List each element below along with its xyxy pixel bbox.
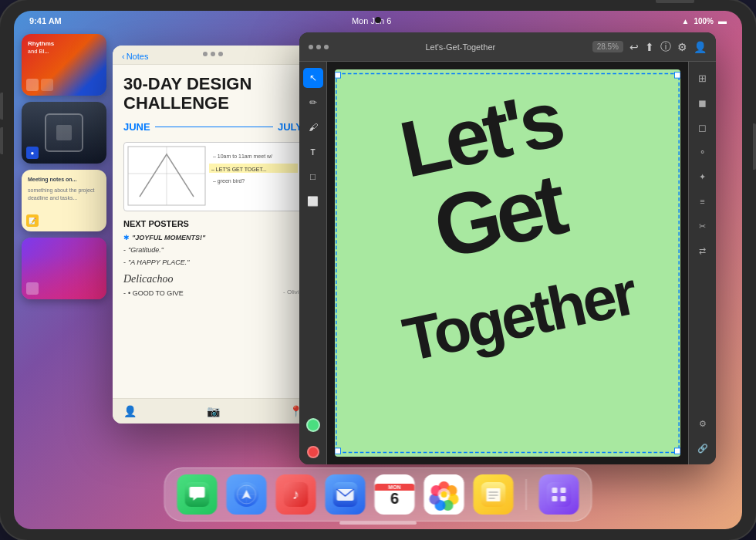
- bullet-text-3: "A HAPPY PLACE.": [128, 256, 189, 268]
- dock-calendar-icon[interactable]: MON 6: [375, 474, 415, 515]
- dot-3: [218, 52, 223, 56]
- dot-1: [203, 52, 208, 56]
- design-dot-1: [309, 45, 313, 49]
- text-tool[interactable]: T: [303, 142, 323, 162]
- notes-camera-icon[interactable]: 📷: [207, 405, 220, 417]
- notes-title: 30-DAY DESIGN CHALLENGE: [123, 74, 302, 113]
- status-date: Mon Jun 6: [352, 16, 391, 25]
- notes-june-label: JUNE: [123, 121, 150, 133]
- bullet-text-4: • GOOD TO GIVE: [128, 287, 184, 299]
- notes-bullet-3: - "A HAPPY PLACE.": [123, 256, 302, 268]
- notes-bullet-4: - • GOOD TO GIVE - Olivia: [123, 287, 302, 299]
- mail-svg: [333, 482, 358, 507]
- sidebar-app-dark[interactable]: ●: [22, 102, 106, 164]
- brush-tool[interactable]: 🖌: [303, 117, 323, 137]
- image-tool[interactable]: ⬜: [303, 191, 323, 211]
- notes-window-dots: [203, 52, 223, 56]
- pen-tool[interactable]: ✏: [303, 93, 323, 113]
- dock-mail-icon[interactable]: [326, 474, 366, 515]
- volume-up-button: [0, 93, 3, 120]
- messages-svg: [185, 482, 210, 507]
- design-window: Let's-Get-Together 28.5% ↩ ⬆ ⓘ ⚙ 👤 ↖ ✏ 🖌…: [299, 32, 716, 464]
- bullet-dash-4: -: [123, 287, 126, 299]
- share-icon[interactable]: ⬆: [645, 41, 654, 53]
- notes-small-badge: 📝: [26, 214, 39, 227]
- bullet-dash-3: -: [123, 256, 126, 268]
- align-panel-icon[interactable]: ≡: [693, 191, 713, 211]
- status-time: 9:41 AM: [29, 16, 62, 25]
- dark-thumb-inner: [56, 125, 72, 140]
- svg-rect-44: [552, 496, 558, 501]
- calendar-day-number: 6: [390, 491, 399, 506]
- dock-music-icon[interactable]: ♪: [276, 474, 316, 515]
- svg-rect-43: [561, 488, 566, 493]
- design-right-panel: ⊞ ◼ ◻ ⚬ ✦ ≡ ✂ ⇄ ⚙ 🔗: [688, 62, 716, 464]
- scissors-icon[interactable]: ✂: [693, 216, 713, 236]
- svg-rect-14: [335, 448, 340, 454]
- design-canvas[interactable]: Let's Get Together: [327, 62, 688, 464]
- notes-small-content: Meeting notes on... something about the …: [22, 170, 106, 208]
- calendar-inner: MON 6: [375, 484, 415, 506]
- power-button: [656, 0, 694, 3]
- record-button[interactable]: [307, 446, 319, 458]
- design-window-dots: [309, 45, 329, 49]
- cursor-tool[interactable]: ↖: [303, 68, 323, 88]
- design-titlebar: Let's-Get-Together 28.5% ↩ ⬆ ⓘ ⚙ 👤: [299, 32, 716, 62]
- link-icon[interactable]: 🔗: [693, 438, 713, 458]
- front-camera: [375, 17, 381, 23]
- info-icon[interactable]: ⓘ: [660, 40, 671, 54]
- design-zoom-level[interactable]: 28.5%: [592, 41, 623, 52]
- bullet-star-1: ✱: [123, 231, 130, 244]
- notes-sketch-area[interactable]: – 10am to 11am meet w/ – LET'S GET TOGET…: [123, 142, 302, 211]
- notes-titlebar: ‹ Notes: [113, 46, 313, 65]
- color-picker[interactable]: [306, 418, 320, 432]
- volume-down-button: [0, 127, 3, 154]
- svg-text:– 10am to 11am meet w/: – 10am to 11am meet w/: [213, 154, 272, 159]
- rhythms-app-label: Rhythms and Bl...: [28, 40, 54, 55]
- dark-thumb-box: [45, 113, 83, 152]
- bullet-text-1: "JOYFUL MOMENTS!": [132, 231, 205, 244]
- back-chevron: ‹: [122, 52, 125, 61]
- transform-panel-icon[interactable]: ⇄: [693, 241, 713, 261]
- sidebar-app-notes-small[interactable]: Meeting notes on... something about the …: [22, 170, 106, 231]
- fill-panel-icon[interactable]: ◼: [693, 93, 713, 113]
- design-dot-2: [316, 45, 321, 49]
- undo-icon[interactable]: ↩: [629, 41, 639, 53]
- svg-text:– LET'S GET TOGET...: – LET'S GET TOGET...: [211, 167, 267, 172]
- notes-small-icon: 📝: [26, 214, 39, 227]
- layers-panel-icon[interactable]: ⊞: [693, 68, 713, 88]
- sidebar-app-rhythms[interactable]: Rhythms and Bl...: [22, 34, 106, 96]
- shape-tool[interactable]: □: [303, 167, 323, 187]
- svg-rect-45: [561, 496, 566, 501]
- effects-panel-icon[interactable]: ✦: [693, 167, 713, 187]
- dock-divider: [526, 479, 527, 510]
- settings-icon[interactable]: ⚙: [677, 41, 687, 53]
- artwork-svg: Let's Get Together: [335, 69, 680, 457]
- opacity-panel-icon[interactable]: ⚬: [693, 142, 713, 162]
- bullet-dash-2: -: [123, 244, 126, 256]
- battery-percentage: 100%: [694, 17, 714, 25]
- gear-panel-icon[interactable]: ⚙: [693, 413, 713, 434]
- ipad-screen: 9:41 AM Mon Jun 6 ▲ 100% ▬ Rhythms and B…: [14, 11, 742, 529]
- notes-back-button[interactable]: ‹ Notes: [122, 52, 148, 61]
- notes-divider-line: [155, 127, 273, 127]
- user-icon[interactable]: 👤: [694, 41, 707, 53]
- sketch-svg: – 10am to 11am meet w/ – LET'S GET TOGET…: [124, 143, 302, 211]
- dock-photos-icon[interactable]: [424, 474, 464, 515]
- dock-apps-icon[interactable]: [539, 474, 579, 515]
- dock-notes-icon[interactable]: [474, 474, 514, 515]
- music-svg: ♪: [284, 482, 309, 507]
- notes-small-body: something about the project deadline and…: [28, 187, 100, 202]
- stroke-panel-icon[interactable]: ◻: [693, 117, 713, 137]
- notes-small-title: Meeting notes on...: [28, 176, 100, 184]
- home-indicator: [339, 521, 417, 525]
- sidebar-app-photo[interactable]: [22, 238, 106, 299]
- wifi-icon: ▲: [682, 17, 690, 25]
- svg-text:♪: ♪: [292, 487, 299, 502]
- ipad-frame: 9:41 AM Mon Jun 6 ▲ 100% ▬ Rhythms and B…: [0, 0, 756, 540]
- dock-messages-icon[interactable]: [177, 474, 218, 515]
- notes-person-icon[interactable]: 👤: [123, 405, 137, 417]
- notes-content: 30-DAY DESIGN CHALLENGE JUNE JULY: [113, 65, 313, 398]
- safari-svg: [235, 482, 259, 507]
- dock-safari-icon[interactable]: [227, 474, 267, 515]
